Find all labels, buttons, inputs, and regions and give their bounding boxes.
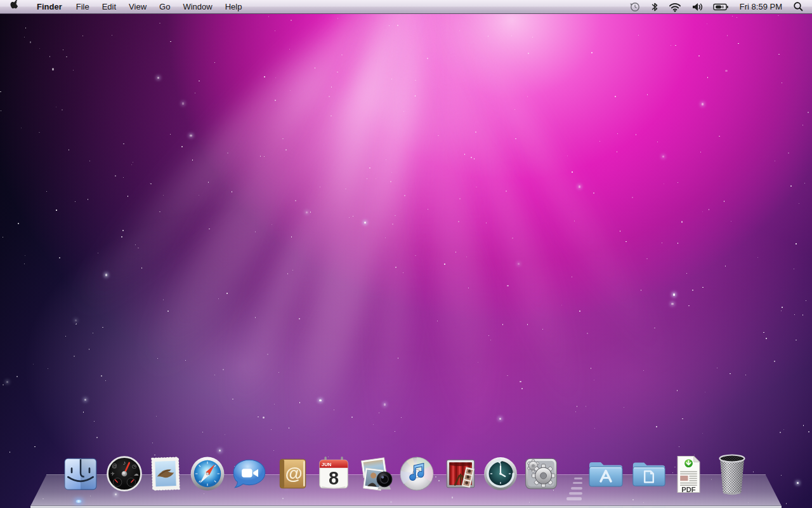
time-machine-menu-icon[interactable] [624,0,646,14]
dock-item-ichat[interactable] [231,455,268,492]
spotlight-icon[interactable] [788,0,812,14]
svg-text:PDF: PDF [681,486,696,493]
battery-charging-icon[interactable] [708,0,734,14]
svg-text:♪: ♪ [123,460,126,466]
svg-text:✈: ✈ [110,471,115,477]
menu-view[interactable]: View [122,0,153,14]
dock-item-applications-folder[interactable] [586,455,626,491]
menu-finder[interactable]: Finder [29,0,70,14]
menubar-clock[interactable]: Fri 8:59 PM [734,2,788,11]
dock-item-safari[interactable] [189,455,226,492]
dock-item-pdf-document[interactable]: PDF [674,455,704,494]
dock-item-finder[interactable] [62,455,99,492]
apple-logo-icon [10,0,18,15]
dock-item-itunes[interactable] [398,455,435,492]
apple-menu[interactable] [0,0,29,14]
volume-icon[interactable] [686,0,708,14]
dock-item-dashboard[interactable]: ♪ @ ◷ ✈ ☁ [106,455,143,492]
dock-item-trash[interactable] [716,451,749,498]
starfield [0,0,812,508]
dock-item-system-preferences[interactable] [523,455,560,492]
svg-text:@: @ [112,464,117,469]
menu-go[interactable]: Go [153,0,176,14]
menu-file[interactable]: File [70,0,96,14]
desktop: Finder File Edit View Go Window Help [0,0,812,508]
menu-edit[interactable]: Edit [96,0,122,14]
svg-text:JUN: JUN [322,462,332,467]
dock-item-mail[interactable] [147,455,184,492]
svg-text:☁: ☁ [134,471,139,477]
dock-item-address-book[interactable]: @ [274,455,311,492]
finder-running-indicator [75,500,82,503]
dock-item-time-machine[interactable] [482,455,519,492]
menu-bar: Finder File Edit View Go Window Help [0,0,812,14]
svg-text:8: 8 [329,468,339,488]
menu-help[interactable]: Help [219,0,249,14]
dock-shelf-front-face [30,505,782,508]
dock-item-iphoto[interactable] [357,455,394,492]
bluetooth-icon[interactable] [646,0,664,14]
dock-item-documents-folder[interactable] [629,455,669,491]
big-gear [532,464,555,487]
dock-item-photo-booth[interactable] [442,455,479,492]
wifi-icon[interactable] [664,0,686,14]
svg-text:@: @ [285,464,302,483]
dock-item-ical[interactable]: JUN 8 [315,455,352,492]
svg-text:◷: ◷ [132,464,136,469]
menu-window[interactable]: Window [176,0,218,14]
